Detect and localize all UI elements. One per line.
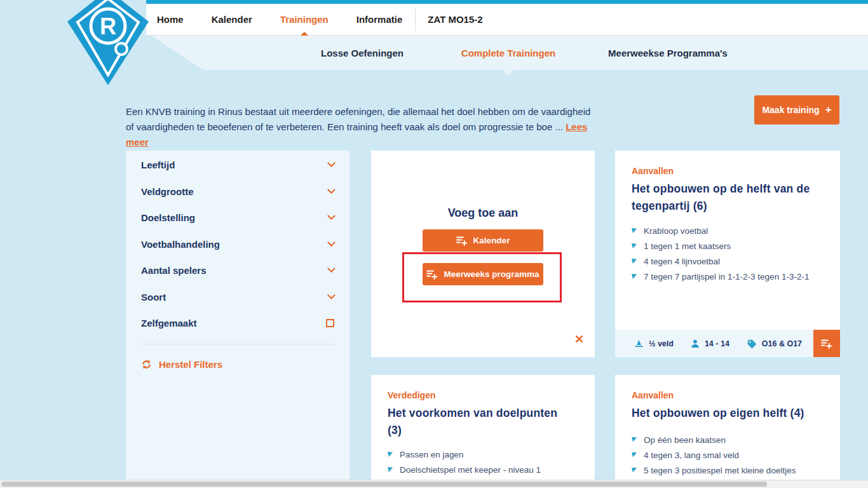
- card-footer: ½ veld 14 - 14 O16 & O17: [615, 330, 840, 357]
- subnav-item-complete-trainingen[interactable]: Complete Trainingen: [461, 48, 555, 58]
- filter-row-zelfgemaakt[interactable]: Zelfgemaakt: [141, 310, 334, 337]
- list-item-label: 7 tegen 7 partijspel in 1-1-2-3 tegen 1-…: [644, 273, 809, 281]
- age-group-label: O16 & O17: [762, 339, 802, 348]
- filter-row-doelstelling[interactable]: Doelstelling: [141, 205, 334, 231]
- chevron-down-icon: [327, 186, 336, 194]
- filter-sidebar: Leeftijd Veldgrootte Doelstelling Voetba…: [126, 151, 349, 488]
- herstel-filters-label: Herstel Filters: [159, 359, 222, 370]
- list-item-label: Op één been kaatsen: [644, 436, 726, 445]
- nav-divider: [415, 8, 416, 31]
- voeg-toe-aan-panel: Voeg toe aan Kalender Meerweeks programm…: [371, 151, 595, 357]
- list-item: Op één been kaatsen: [632, 436, 827, 445]
- list-item: 1 tegen 1 met kaatsers: [632, 242, 827, 251]
- list-item-label: 5 tegen 3 positiespel met kleine doeltje…: [644, 466, 796, 475]
- arrow-bullet-icon: [632, 228, 637, 233]
- field-size-info: ½ veld: [634, 339, 674, 348]
- nav-item-home[interactable]: Home: [157, 14, 184, 25]
- horizontal-scrollbar[interactable]: [0, 480, 868, 488]
- meerweeks-programma-button[interactable]: Meerweeks programma: [423, 263, 543, 285]
- nav-item-trainingen[interactable]: Trainingen: [280, 14, 329, 25]
- maak-training-button[interactable]: Maak training +: [754, 95, 839, 125]
- list-item-label: 4 tegen 3, lang smal veld: [644, 451, 739, 460]
- list-item-label: Doelschietspel met keeper - niveau 1: [400, 466, 541, 475]
- nav-item-informatie[interactable]: Informatie: [356, 14, 403, 25]
- filter-label: Leeftijd: [141, 159, 175, 170]
- intro-ellipsis: ...: [552, 121, 566, 132]
- filter-label: Aantal spelers: [141, 265, 207, 276]
- maak-training-label: Maak training: [762, 105, 819, 115]
- card-category: Verdedigen: [388, 390, 582, 400]
- logo-letter: R: [100, 13, 116, 39]
- filter-label: Doelstelling: [141, 212, 195, 223]
- training-card[interactable]: Verdedigen Het voorkomen van doelpunten …: [371, 375, 595, 488]
- filter-row-aantal-spelers[interactable]: Aantal spelers: [141, 257, 334, 284]
- voeg-toe-aan-title: Voeg toe aan: [371, 151, 595, 220]
- filter-row-soort[interactable]: Soort: [141, 284, 334, 311]
- add-to-list-icon: [821, 339, 832, 349]
- add-to-list-icon: [426, 269, 438, 280]
- zelfgemaakt-checkbox[interactable]: [326, 319, 334, 327]
- plus-icon: +: [825, 104, 832, 116]
- list-item: Krabloop voetbal: [632, 227, 827, 236]
- chevron-down-icon: [327, 238, 336, 247]
- person-icon: [691, 339, 700, 348]
- card-title: Het voorkomen van doelpunten (3): [388, 405, 569, 438]
- arrow-bullet-icon: [632, 452, 637, 458]
- list-item: Doelschietspel met keeper - niveau 1: [388, 466, 582, 475]
- list-item-label: 1 tegen 1 met kaatsers: [644, 242, 731, 251]
- arrow-bullet-icon: [632, 243, 637, 248]
- intro-text: Een KNVB training in Rinus bestaat uit m…: [126, 106, 590, 132]
- kalender-button-label: Kalender: [473, 236, 510, 245]
- list-item-label: Passen en jagen: [400, 451, 464, 459]
- refresh-icon: [141, 359, 152, 370]
- arrow-bullet-icon: [632, 468, 637, 473]
- arrow-bullet-icon: [388, 452, 393, 457]
- arrow-bullet-icon: [632, 259, 637, 264]
- chevron-down-icon: [327, 291, 336, 299]
- players-info: 14 - 14: [691, 339, 729, 348]
- players-label: 14 - 14: [705, 339, 729, 348]
- add-to-list-icon: [456, 236, 468, 246]
- card-category: Aanvallen: [632, 390, 827, 400]
- training-card[interactable]: Aanvallen Het opbouwen op eigen helft (4…: [615, 375, 840, 488]
- filter-label: Soort: [141, 292, 166, 302]
- filter-row-leeftijd[interactable]: Leeftijd: [141, 152, 334, 179]
- tag-icon: [747, 339, 757, 349]
- add-training-button[interactable]: [813, 330, 840, 357]
- chevron-down-icon: [327, 159, 336, 168]
- list-item: Passen en jagen: [388, 451, 582, 459]
- card-category: Aanvallen: [632, 166, 827, 176]
- nav-item-kalender[interactable]: Kalender: [212, 14, 252, 25]
- sidebar-divider: [141, 344, 334, 344]
- rinus-logo[interactable]: R: [67, 0, 149, 85]
- filter-label: Veldgrootte: [141, 186, 194, 197]
- nav-item-trainingen-label: Trainingen: [280, 14, 329, 25]
- chevron-down-icon: [327, 265, 336, 273]
- intro-paragraph: Een KNVB training in Rinus bestaat uit m…: [126, 104, 597, 150]
- list-item: 7 tegen 7 partijspel in 1-1-2-3 tegen 1-…: [632, 273, 827, 281]
- list-item: 4 tegen 4 lijnvoetbal: [632, 257, 827, 266]
- card-title: Het opbouwen op eigen helft (4): [632, 405, 829, 422]
- subnav-item-losse-oefeningen[interactable]: Losse Oefeningen: [321, 48, 403, 58]
- filter-row-veldgrootte[interactable]: Veldgrootte: [141, 179, 334, 205]
- subnav-active-notch-icon: [503, 70, 514, 76]
- age-group-info: O16 & O17: [747, 339, 802, 349]
- herstel-filters-button[interactable]: Herstel Filters: [141, 359, 334, 370]
- arrow-bullet-icon: [632, 437, 637, 442]
- close-icon[interactable]: ✕: [574, 334, 584, 345]
- kalender-button[interactable]: Kalender: [423, 229, 543, 252]
- filter-row-voetbalhandeling[interactable]: Voetbalhandeling: [141, 231, 334, 258]
- horizontal-scrollbar-thumb[interactable]: [1, 482, 767, 487]
- list-item-label: 4 tegen 4 lijnvoetbal: [644, 257, 720, 266]
- subnav-item-meerweekse-programmas[interactable]: Meerweekse Programma's: [608, 48, 728, 58]
- field-size-label: ½ veld: [649, 339, 674, 348]
- filter-label: Voetbalhandeling: [141, 239, 220, 250]
- card-title: Het opbouwen op de helft van de tegenpar…: [632, 180, 822, 214]
- training-card[interactable]: Aanvallen Het opbouwen op de helft van d…: [615, 151, 840, 357]
- nav-item-team[interactable]: ZAT MO15-2: [428, 14, 482, 25]
- filter-label: Zelfgemaakt: [141, 318, 197, 329]
- cone-icon: [634, 339, 644, 348]
- main-navbar: Home Kalender Trainingen Informatie ZAT …: [146, 4, 868, 36]
- list-item-label: Krabloop voetbal: [644, 227, 708, 236]
- arrow-bullet-icon: [388, 467, 393, 472]
